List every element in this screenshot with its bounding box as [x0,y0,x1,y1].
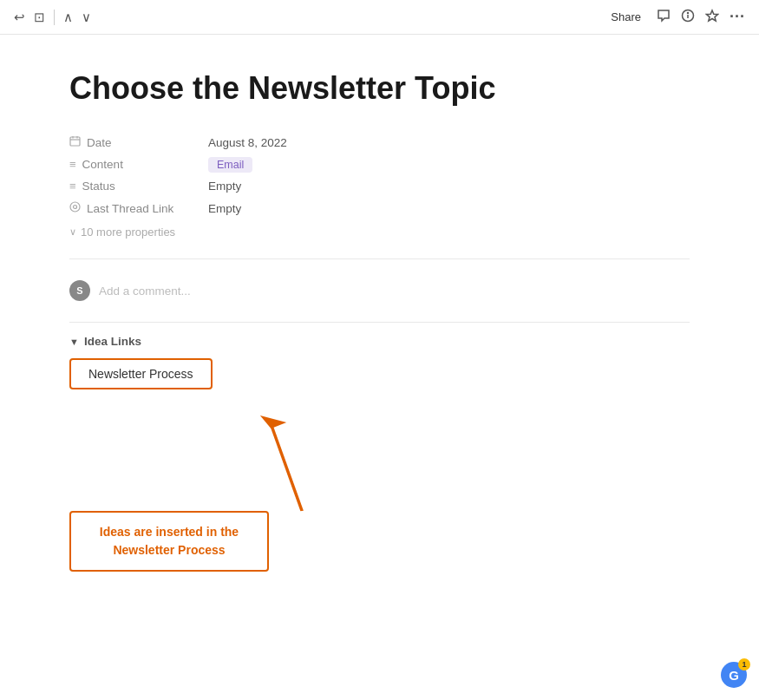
g-badge[interactable]: G 1 [721,662,747,688]
property-date: Date August 8, 2022 [69,131,690,154]
thread-link-value[interactable]: Empty [208,202,241,215]
annotation-text: Ideas are inserted in the Newsletter Pro… [100,525,239,557]
avatar: S [69,280,90,301]
idea-links-label: Idea Links [84,335,141,348]
newsletter-card-label: Newsletter Process [88,367,193,381]
triangle-icon: ▼ [69,337,79,347]
info-icon[interactable] [681,9,695,25]
property-status: ≡ Status Empty [69,175,690,197]
annotation-container: Ideas are inserted in the Newsletter Pro… [69,398,690,589]
svg-point-8 [70,202,80,212]
toolbar-divider [54,10,55,25]
more-icon[interactable]: ··· [730,8,745,26]
divider-1 [69,258,690,259]
status-icon: ≡ [69,180,76,193]
content-label: ≡ Content [69,158,208,171]
divider-2 [69,322,690,323]
g-badge-letter: G [729,668,739,683]
thread-icon [69,201,81,215]
content-value[interactable]: Email [208,158,252,171]
main-content: Choose the Newsletter Topic Date August … [0,35,759,700]
toolbar: ↩ ⊡ ∧ ∨ Share ··· [0,0,759,35]
toolbar-right: Share ··· [605,8,745,26]
date-icon [69,135,81,149]
more-properties-toggle[interactable]: ∨ 10 more properties [69,223,690,241]
status-label: ≡ Status [69,180,208,193]
svg-line-10 [271,424,302,511]
down-arrow-icon[interactable]: ∨ [82,10,91,25]
svg-marker-3 [706,10,717,21]
content-label-text: Content [82,158,123,171]
idea-links-section: ▼ Idea Links Newsletter Process Ideas ar… [69,335,690,589]
comment-input[interactable]: Add a comment... [99,285,191,298]
svg-rect-4 [70,137,80,146]
svg-marker-11 [260,415,286,429]
more-properties-label: 10 more properties [81,226,175,239]
star-icon[interactable] [705,9,719,25]
undo-icon[interactable]: ↩ [14,10,25,25]
table-icon[interactable]: ⊡ [34,10,45,25]
status-label-text: Status [82,180,115,193]
page-title: Choose the Newsletter Topic [69,69,690,107]
chat-icon[interactable] [657,9,671,25]
status-value[interactable]: Empty [208,180,241,193]
idea-links-header: ▼ Idea Links [69,335,690,348]
toolbar-left: ↩ ⊡ ∧ ∨ [14,10,91,25]
properties-section: Date August 8, 2022 ≡ Content Email ≡ St… [69,131,690,241]
chevron-down-icon: ∨ [69,226,76,238]
date-value[interactable]: August 8, 2022 [208,136,287,149]
share-button[interactable]: Share [605,9,646,25]
property-content: ≡ Content Email [69,154,690,175]
svg-point-2 [687,13,688,14]
annotation-box: Ideas are inserted in the Newsletter Pro… [69,511,269,572]
svg-point-9 [74,206,77,209]
up-arrow-icon[interactable]: ∧ [63,10,73,25]
comment-area[interactable]: S Add a comment... [69,271,690,310]
property-thread-link: Last Thread Link Empty [69,197,690,219]
thread-link-label: Last Thread Link [69,201,208,215]
newsletter-process-card[interactable]: Newsletter Process [69,358,213,389]
content-icon: ≡ [69,158,76,171]
g-badge-count: 1 [738,658,750,671]
date-label-text: Date [87,136,112,149]
date-label: Date [69,135,208,149]
content-tag[interactable]: Email [208,157,252,173]
thread-link-label-text: Last Thread Link [87,202,173,215]
